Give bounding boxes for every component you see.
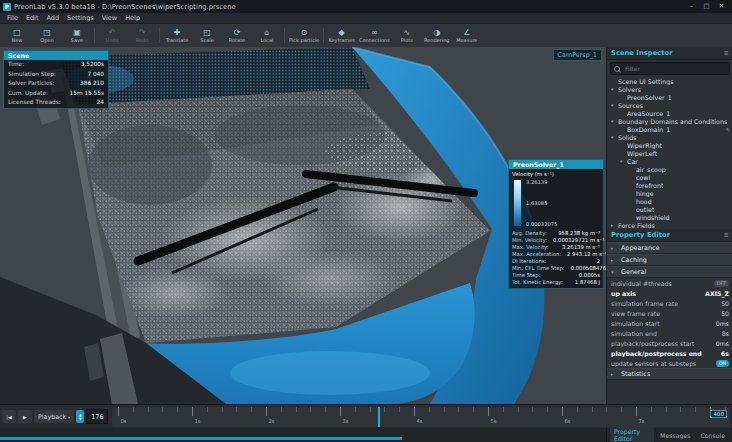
window-title: PreonLab v5.3.0 beta18 - D:\PreonScenes\… [14,3,681,11]
app-logo-icon: P [3,3,11,11]
toolbar-label: Rotate [229,37,245,44]
toolbar-label: Keyframes [328,37,355,44]
viewport-3d[interactable]: Scene Time:3.5200s Simulation Step:7 040… [0,47,606,404]
tree-item-wiper-right[interactable]: WiperRight [607,141,732,149]
menu-item-file[interactable]: File [3,14,22,22]
menu-item-view[interactable]: View [98,14,121,22]
toolbar-label: Local [261,37,274,44]
section-appearance[interactable]: Appearance [607,242,732,254]
menu-item-add[interactable]: Add [42,14,63,22]
prop-row-individual-threads[interactable]: individual #threadsOFF [607,278,732,288]
save-button[interactable]: ▣Save [62,25,92,46]
prop-row-up-axis[interactable]: up axisAXIS_Z [607,288,732,298]
stat-row: Min. Velocity:0.000329721 m s⁻¹ [509,237,603,244]
menu-item-edit[interactable]: Edit [22,14,43,22]
filter-input[interactable] [623,64,726,73]
menu-item-settings[interactable]: Settings [63,14,98,22]
tab-messages[interactable]: Messages [656,431,694,440]
chevron-down-icon[interactable] [611,86,618,92]
tree-item-boxdomain-1[interactable]: BoxDomain_1 [607,125,732,133]
keyframes-button[interactable]: ◆Keyframes [326,25,357,46]
tree-item-air-scoop[interactable]: air_scoop [607,165,732,173]
timeline[interactable]: 0s 1s 2s 3s 4s 5s 6s 7s 400 [112,407,730,427]
tree-item-forefront[interactable]: forefront [607,181,732,189]
scale-button[interactable]: ◰Scale [192,25,222,46]
new-button[interactable]: □New [2,25,32,46]
tree-item-hinge[interactable]: hinge [607,189,732,197]
chevron-down-icon [611,269,618,275]
pencil-icon[interactable] [725,126,730,133]
prop-row-simulation-end[interactable]: simulation end8s [607,328,732,338]
keyframes-icon: ◆ [339,28,345,37]
prop-row-update-sensors[interactable]: update sensors at substepsON [607,358,732,368]
toggle-on[interactable]: ON [716,360,729,367]
timeline-playhead[interactable] [378,407,380,427]
solver-legend-panel[interactable]: PreonSolver_1 Velocity (m s⁻¹) 3.26139 1… [508,159,604,289]
prop-row-simulation-start[interactable]: simulation start0ms [607,318,732,328]
chevron-down-icon[interactable] [611,134,618,140]
playback-bar: |◀ ▶ Playback ▲▼ 176 0s 1s 2s 3s 4s 5s 6… [0,404,732,428]
tree-item-outlet[interactable]: outlet [607,205,732,213]
skip-to-start-button[interactable]: |◀ [2,410,16,423]
undo-button[interactable]: ↶Undo [97,25,127,46]
section-general[interactable]: General [607,266,732,278]
prop-row-simulation-frame-rate[interactable]: simulation frame rate50 [607,298,732,308]
frame-spinner[interactable]: ▲▼ [76,410,84,423]
tree-item-wiper-left[interactable]: WiperLeft [607,149,732,157]
play-button[interactable]: ▶ [18,410,32,423]
panel-menu-icon[interactable] [724,231,729,239]
spin-down-icon[interactable]: ▼ [79,417,82,421]
tick-min: 0.00032075 [526,221,557,227]
section-statistics[interactable]: Statistics [607,368,732,380]
tree-item-windshield[interactable]: windshield [607,213,732,221]
title-bar: P PreonLab v5.3.0 beta18 - D:\PreonScene… [0,0,732,13]
plots-icon: ∿ [403,28,410,37]
open-button[interactable]: ◳Open [32,25,62,46]
prop-row-playback-end[interactable]: playback/postprocess end6s [607,348,732,358]
current-frame-field[interactable]: 176 [86,409,108,424]
toggle-off[interactable]: OFF [714,280,729,287]
tree-item-cowl[interactable]: cowl [607,173,732,181]
menu-item-help[interactable]: Help [121,14,144,22]
tree-group-car[interactable]: Car [607,157,732,165]
tree-item-scene-ui-settings[interactable]: Scene UI Settings [607,77,732,85]
tree-item-preonsolver-1[interactable]: PreonSolver_1 [607,93,732,101]
minimize-button[interactable]: – [684,0,699,13]
measure-button[interactable]: ∠Measure [452,25,482,46]
pick-particle-button[interactable]: ⊙Pick particle [287,25,321,46]
playback-mode-dropdown[interactable]: Playback [34,410,74,423]
prop-row-playback-start[interactable]: playback/postprocess start0ms [607,338,732,348]
tab-property-editor[interactable]: Property Editor [610,427,654,442]
chevron-down-icon[interactable] [620,158,627,164]
redo-button[interactable]: ↷Redo [127,25,157,46]
tree-group-sources[interactable]: Sources [607,101,732,109]
translate-button[interactable]: ✚Translate [162,25,192,46]
chevron-right-icon[interactable] [611,222,618,228]
close-button[interactable]: ✕ [714,0,729,13]
maximize-button[interactable]: □ [699,0,714,13]
tree-item-hood[interactable]: hood [607,197,732,205]
toolbar-label: Redo [136,37,149,44]
chevron-down-icon[interactable] [611,118,618,124]
camera-label[interactable]: CamPersp_1 [553,49,602,61]
rotate-button[interactable]: ⟳Rotate [222,25,252,46]
stat-row: Tot. Kinetic Energy:1.87468 J [509,279,603,288]
tree-group-boundary-domains[interactable]: Boundary Domains and Conditions [607,117,732,125]
tree-group-solvers[interactable]: Solvers [607,85,732,93]
bottom-tabs: Property Editor Messages Console [607,428,732,442]
prop-row-view-frame-rate[interactable]: view frame rate50 [607,308,732,318]
rendering-button[interactable]: ◑Rendering [422,25,452,46]
toolbar-label: Scale [200,37,213,44]
timeline-label: 7s [638,418,644,424]
tree-item-areasource-1[interactable]: AreaSource_1 [607,109,732,117]
panel-menu-icon[interactable] [724,49,729,57]
tab-console[interactable]: Console [696,431,729,440]
tree-group-force-fields[interactable]: Force Fields [607,221,732,229]
plots-button[interactable]: ∿Plots [392,25,422,46]
chevron-down-icon[interactable] [611,102,618,108]
local-button[interactable]: ⌂Local [252,25,282,46]
filter-box[interactable] [610,62,730,75]
connections-button[interactable]: ∞Connections [357,25,392,46]
tree-group-solids[interactable]: Solids [607,133,732,141]
section-caching[interactable]: Caching [607,254,732,266]
